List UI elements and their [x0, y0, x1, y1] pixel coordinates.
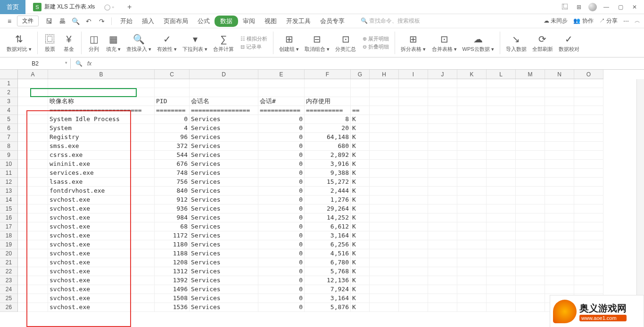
- cell[interactable]: K: [351, 285, 370, 294]
- col-header-M[interactable]: M: [516, 70, 545, 79]
- cell[interactable]: [428, 106, 457, 115]
- cell[interactable]: [370, 276, 399, 285]
- cell[interactable]: 0: [258, 160, 305, 169]
- cell[interactable]: 840: [155, 187, 190, 196]
- row-header-19[interactable]: 19: [0, 240, 17, 249]
- chevron-up-icon[interactable]: ︿: [635, 17, 640, 25]
- row-header-22[interactable]: 22: [0, 267, 17, 276]
- cell[interactable]: [545, 204, 574, 213]
- row-header-6[interactable]: 6: [0, 124, 17, 133]
- cell[interactable]: [457, 115, 487, 124]
- menu-开始[interactable]: 开始: [116, 15, 137, 27]
- cell[interactable]: [370, 178, 399, 187]
- cell[interactable]: 0: [258, 303, 305, 312]
- cell[interactable]: [428, 142, 457, 151]
- cell[interactable]: [370, 142, 399, 151]
- preview-icon[interactable]: 🔍: [70, 17, 81, 25]
- cell[interactable]: K: [351, 160, 370, 169]
- cell[interactable]: 2,892: [305, 151, 351, 160]
- cell[interactable]: 7,924: [305, 285, 351, 294]
- cell[interactable]: [399, 151, 428, 160]
- cell[interactable]: [18, 178, 48, 187]
- cell[interactable]: [516, 124, 545, 133]
- cell[interactable]: [399, 294, 428, 303]
- cell[interactable]: [370, 151, 399, 160]
- cell[interactable]: [370, 133, 399, 142]
- table-row[interactable]: lsass.exe756Services015,272K: [18, 178, 603, 187]
- cell[interactable]: [48, 88, 155, 97]
- cell[interactable]: [457, 106, 487, 115]
- cell[interactable]: [487, 196, 516, 204]
- cell[interactable]: K: [351, 276, 370, 285]
- cell[interactable]: [574, 213, 603, 222]
- cell[interactable]: [190, 88, 258, 97]
- col-header-D[interactable]: D: [190, 70, 258, 79]
- cell[interactable]: [574, 133, 603, 142]
- cell[interactable]: [516, 178, 545, 187]
- collab-button[interactable]: 👥 协作: [573, 17, 593, 25]
- cell[interactable]: 0: [258, 294, 305, 303]
- cell[interactable]: 1536: [155, 303, 190, 312]
- cell[interactable]: svchost.exe: [48, 303, 155, 312]
- table-row[interactable]: wininit.exe676Services03,916K: [18, 160, 603, 169]
- cell[interactable]: [18, 124, 48, 133]
- cell[interactable]: 15,272: [305, 178, 351, 187]
- cell[interactable]: [258, 79, 305, 88]
- cell[interactable]: [428, 240, 457, 249]
- collapse-detail-button[interactable]: ⊖ 折叠明细: [363, 43, 389, 50]
- cell[interactable]: 0: [258, 222, 305, 231]
- cell[interactable]: [399, 106, 428, 115]
- menu-公式[interactable]: 公式: [193, 15, 215, 27]
- cell[interactable]: [457, 97, 487, 106]
- undo-icon[interactable]: ↶: [83, 17, 94, 25]
- cell[interactable]: [516, 187, 545, 196]
- cell[interactable]: svchost.exe: [48, 294, 155, 303]
- cell[interactable]: [574, 222, 603, 231]
- cell[interactable]: [545, 88, 574, 97]
- cell[interactable]: 6,780: [305, 258, 351, 267]
- table-row[interactable]: fontdrvhost.exe840Services02,444K: [18, 187, 603, 196]
- cell[interactable]: [428, 213, 457, 222]
- cell[interactable]: Services: [190, 213, 258, 222]
- row-header-3[interactable]: 3: [0, 97, 17, 106]
- cell[interactable]: [370, 97, 399, 106]
- avatar[interactable]: [588, 3, 597, 11]
- col-header-O[interactable]: O: [574, 70, 603, 79]
- cell[interactable]: svchost.exe: [48, 222, 155, 231]
- cell[interactable]: [487, 285, 516, 294]
- cell[interactable]: [457, 151, 487, 160]
- cell[interactable]: [457, 267, 487, 276]
- cell[interactable]: [428, 276, 457, 285]
- minimize-button[interactable]: —: [602, 2, 611, 12]
- cell[interactable]: lsass.exe: [48, 178, 155, 187]
- cell[interactable]: svchost.exe: [48, 258, 155, 267]
- cell[interactable]: [18, 97, 48, 106]
- cell[interactable]: [487, 249, 516, 258]
- ribbon-取消组合[interactable]: ⊟取消组合 ▾: [302, 32, 332, 54]
- cell[interactable]: Services: [190, 151, 258, 160]
- cell[interactable]: smss.exe: [48, 142, 155, 151]
- cell[interactable]: [18, 213, 48, 222]
- cell[interactable]: [18, 267, 48, 276]
- col-header-I[interactable]: I: [399, 70, 428, 79]
- cell[interactable]: [545, 79, 574, 88]
- cell[interactable]: 0: [155, 115, 190, 124]
- table-row[interactable]: [18, 79, 603, 88]
- cell[interactable]: K: [351, 258, 370, 267]
- row-header-23[interactable]: 23: [0, 276, 17, 285]
- cell[interactable]: [487, 187, 516, 196]
- cell[interactable]: Services: [190, 231, 258, 240]
- cell[interactable]: ========: [155, 106, 190, 115]
- cell[interactable]: [574, 276, 603, 285]
- cell[interactable]: [399, 88, 428, 97]
- row-header-25[interactable]: 25: [0, 294, 17, 303]
- new-tab-button[interactable]: +: [123, 1, 136, 13]
- cell[interactable]: =========================: [48, 106, 155, 115]
- cell[interactable]: [351, 97, 370, 106]
- cell[interactable]: wininit.exe: [48, 160, 155, 169]
- cell[interactable]: 1180: [155, 240, 190, 249]
- menu-开发工具[interactable]: 开发工具: [281, 15, 315, 27]
- ribbon-基金[interactable]: ¥基金: [59, 32, 78, 54]
- redo-icon[interactable]: ↷: [96, 17, 107, 25]
- cell[interactable]: [457, 133, 487, 142]
